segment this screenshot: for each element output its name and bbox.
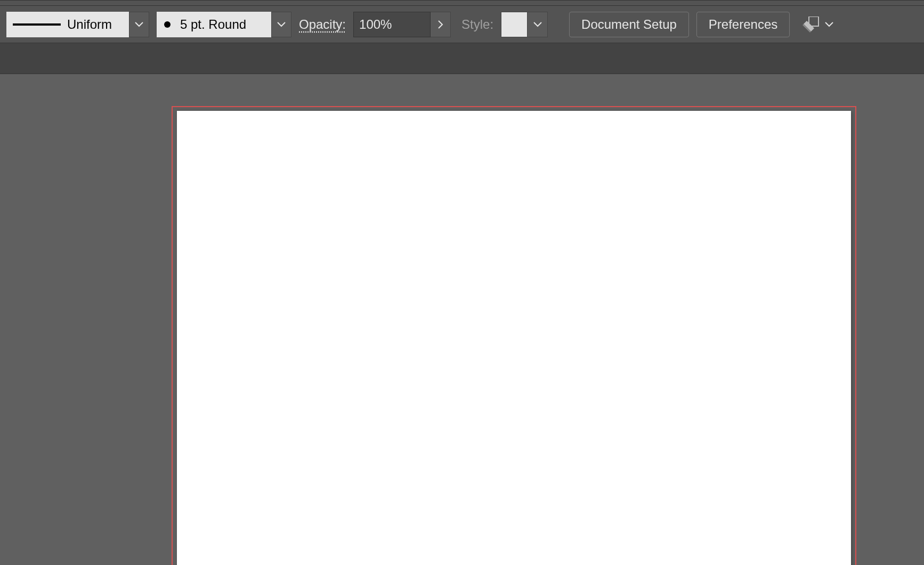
- artboard[interactable]: [177, 111, 851, 565]
- artboard-edit-icon[interactable]: [803, 17, 821, 33]
- stroke-profile-label: Uniform: [67, 17, 112, 32]
- style-label: Style:: [461, 17, 493, 32]
- preferences-button[interactable]: Preferences: [696, 12, 790, 37]
- brush-preset-label: 5 pt. Round: [180, 17, 246, 32]
- top-divider: [0, 0, 924, 6]
- opacity-input[interactable]: [353, 12, 431, 37]
- opacity-more-button[interactable]: [431, 12, 451, 37]
- chevron-down-icon: [825, 22, 833, 27]
- brush-preset-selector[interactable]: 5 pt. Round: [157, 12, 271, 37]
- brush-group: 5 pt. Round: [157, 12, 291, 37]
- graphic-style-swatch[interactable]: [501, 12, 528, 37]
- canvas-area[interactable]: [0, 74, 924, 565]
- chevron-right-icon: [438, 20, 443, 29]
- document-setup-button[interactable]: Document Setup: [569, 12, 689, 37]
- opacity-group: [353, 12, 451, 37]
- tab-bar: [0, 43, 924, 74]
- stroke-line-preview: [13, 23, 61, 26]
- stroke-profile-selector[interactable]: Uniform: [6, 12, 129, 37]
- stroke-profile-group: Uniform: [6, 12, 149, 37]
- style-group: [501, 12, 548, 37]
- chevron-down-icon: [533, 22, 542, 27]
- chevron-down-icon: [277, 22, 286, 27]
- artboard-tool-group: [803, 17, 833, 33]
- brush-dropdown-button[interactable]: [271, 12, 291, 37]
- opacity-label[interactable]: Opacity:: [299, 17, 346, 32]
- stroke-profile-dropdown-button[interactable]: [129, 12, 149, 37]
- artboard-dropdown-button[interactable]: [825, 20, 833, 29]
- chevron-down-icon: [135, 22, 143, 27]
- style-dropdown-button[interactable]: [528, 12, 548, 37]
- brush-dot-preview: [164, 21, 171, 28]
- control-bar: Uniform 5 pt. Round Opacity: Style:: [0, 6, 924, 43]
